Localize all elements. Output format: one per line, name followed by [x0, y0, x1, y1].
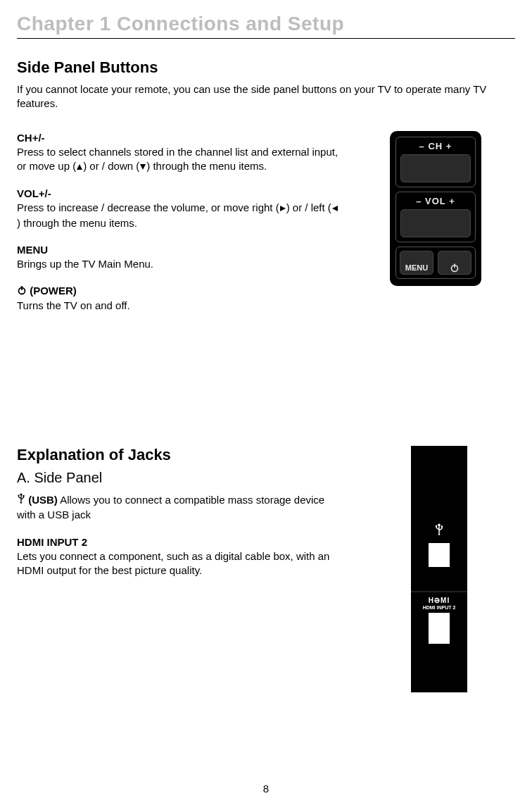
section1-heading: Side Panel Buttons	[17, 58, 515, 77]
fn-usb-body: Allows you to connect a compatible mass …	[17, 494, 324, 521]
svg-marker-2	[280, 206, 286, 211]
jack-hdmi-logo: HƏMI	[429, 597, 450, 604]
divider	[17, 38, 515, 39]
power-icon	[17, 285, 27, 299]
section2-heading: Explanation of Jacks	[17, 446, 341, 464]
svg-marker-12	[20, 502, 23, 504]
svg-rect-11	[23, 495, 24, 497]
svg-marker-17	[438, 533, 440, 535]
svg-marker-3	[332, 206, 338, 211]
remote-bottom-group: MENU	[395, 247, 476, 279]
remote-ch-group: – CH +	[395, 137, 476, 187]
fn-power-body: Turns the TV on and off.	[17, 299, 130, 311]
remote-power-icon	[450, 263, 460, 273]
fn-usb-title: (USB)	[28, 494, 58, 506]
remote-menu-btn: MENU	[400, 251, 433, 275]
jack-panel-illustration: HƏMI HDMI INPUT 2	[411, 446, 467, 692]
remote-vol-group: – VOL +	[395, 192, 476, 242]
svg-point-10	[18, 494, 19, 496]
fn-vol-body-c: ) through the menu items.	[17, 217, 137, 229]
fn-menu: MENU Brings up the TV Main Menu.	[17, 243, 341, 272]
fn-power: (POWER) Turns the TV on and off.	[17, 284, 341, 313]
svg-point-15	[436, 525, 437, 526]
remote-illustration: – CH + – VOL + MENU	[390, 131, 481, 286]
remote-ch-rocker	[400, 154, 471, 182]
triangle-left-icon	[331, 201, 338, 216]
fn-vol-body-b: ) or / left (	[286, 201, 331, 213]
fn-usb: (USB) Allows you to connect a compatible…	[17, 493, 341, 523]
svg-marker-1	[140, 164, 146, 170]
triangle-up-icon	[76, 160, 83, 174]
fn-power-title: (POWER)	[30, 285, 77, 297]
fn-menu-title: MENU	[17, 243, 341, 257]
fn-vol-body-a: Press to increase / decrease the volume,…	[17, 201, 279, 213]
fn-hdmi-title: HDMI INPUT 2	[17, 535, 341, 549]
fn-ch-body-c: ) through the menu items.	[146, 160, 267, 172]
fn-ch-body-b: ) or / down (	[83, 160, 139, 172]
fn-hdmi: HDMI INPUT 2 Lets you connect a componen…	[17, 535, 341, 578]
section2-subheading: A. Side Panel	[17, 470, 341, 486]
remote-ch-label: – CH +	[400, 141, 471, 151]
triangle-right-icon	[279, 201, 286, 216]
fn-vol: VOL+/- Press to increase / decrease the …	[17, 187, 341, 230]
triangle-down-icon	[139, 160, 146, 174]
fn-vol-title: VOL+/-	[17, 187, 341, 201]
remote-vol-rocker	[400, 209, 471, 237]
section1-intro: If you cannot locate your remote, you ca…	[17, 82, 509, 111]
remote-vol-label: – VOL +	[400, 196, 471, 206]
fn-hdmi-body: Lets you connect a component, such as a …	[17, 550, 329, 576]
jack-usb-icon	[411, 523, 467, 539]
fn-ch: CH+/- Press to select channels stored in…	[17, 131, 341, 175]
page-number: 8	[0, 783, 532, 795]
jack-hdmi-label: HDMI INPUT 2	[423, 605, 456, 610]
jack-usb-port	[429, 543, 450, 567]
chapter-title: Chapter 1 Connections and Setup	[17, 13, 515, 35]
jack-hdmi-port	[429, 613, 450, 644]
fn-menu-body: Brings up the TV Main Menu.	[17, 258, 153, 270]
fn-ch-title: CH+/-	[17, 131, 341, 145]
svg-marker-0	[77, 164, 82, 170]
svg-rect-16	[441, 525, 443, 527]
remote-power-btn	[438, 251, 471, 275]
usb-icon	[17, 493, 25, 508]
